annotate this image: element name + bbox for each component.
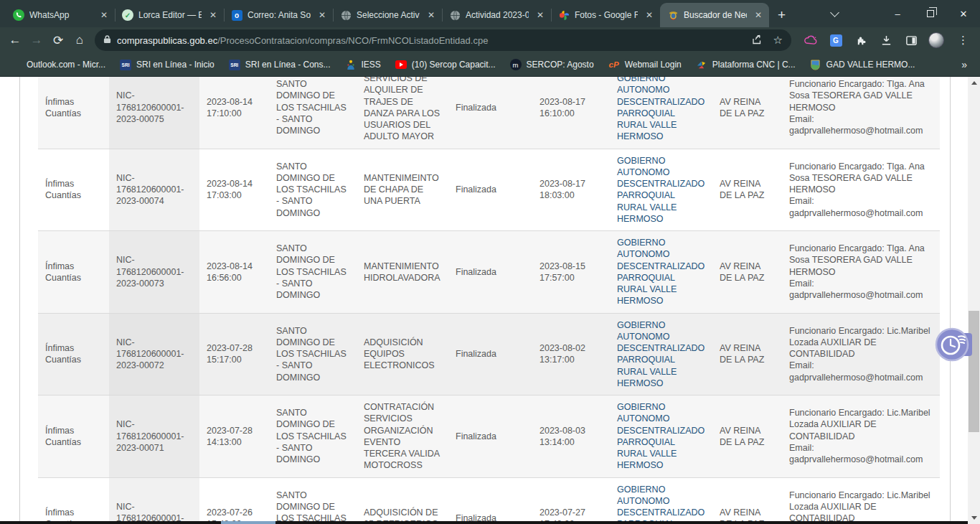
cell-estado: Finalizada bbox=[448, 396, 532, 478]
table-row: Ínfimas Cuantías NIC-1768120600001-2023-… bbox=[38, 77, 940, 149]
cell-ubicacion: SANTO DOMINGO DE LOS TSACHILAS - SANTO D… bbox=[269, 77, 357, 149]
cell-fecha-inicio: 2023-07-26 15:48:00 bbox=[199, 477, 269, 521]
cell-estado: Finalizada bbox=[448, 477, 532, 521]
cell-direccion: AV REINA DE LA PAZ bbox=[712, 477, 782, 521]
cell-fecha-inicio: 2023-08-14 16:56:00 bbox=[199, 231, 269, 314]
scroll-up-arrow[interactable] bbox=[968, 77, 980, 89]
cell-entidad-link[interactable]: GOBIERNO AUTONOMO DESCENTRALIZADO PARROQ… bbox=[610, 477, 712, 521]
table-row: Ínfimas Cuantías NIC-1768120600001-2023-… bbox=[38, 313, 940, 396]
browser-menu-kebab-icon[interactable]: ⋮ bbox=[953, 34, 973, 47]
bookmark-iess[interactable]: IESS bbox=[345, 59, 381, 70]
forward-button[interactable]: → bbox=[26, 29, 47, 51]
outlook-icon: o bbox=[231, 9, 242, 21]
side-panel-icon[interactable] bbox=[903, 32, 919, 48]
cell-fecha-fin: 2023-08-17 18:03:00 bbox=[532, 149, 610, 231]
cell-tipo-contratacion: Ínfimas Cuantías bbox=[38, 231, 109, 314]
tab-whatsapp[interactable]: WhatsApp ✕ bbox=[6, 3, 115, 27]
minimize-button[interactable]: – bbox=[881, 0, 914, 27]
url-path: /ProcesoContratacion/compras/NCO/FrmNCOL… bbox=[217, 35, 744, 46]
bookmark-sercop-capacita[interactable]: (10) Sercop Capacit... bbox=[395, 59, 496, 70]
cell-tipo-contratacion: Ínfimas Cuantías bbox=[38, 149, 109, 231]
cell-entidad-link[interactable]: GOBIERNO AUTONOMO DESCENTRALIZADO PARROQ… bbox=[610, 149, 712, 231]
cell-fecha-inicio: 2023-07-28 14:13:00 bbox=[199, 396, 269, 478]
tab-actividad-2023[interactable]: Actividad 2023-0 ✕ bbox=[442, 3, 551, 27]
scroll-down-arrow[interactable] bbox=[968, 512, 980, 524]
email-label: Email: bbox=[789, 278, 933, 289]
close-tab-icon[interactable]: ✕ bbox=[207, 9, 220, 21]
cell-estado: Finalizada bbox=[448, 313, 532, 396]
bookmark-outlook[interactable]: Outlook.com - Micr... bbox=[10, 59, 105, 70]
cell-objeto-proceso: ADQUISICIÓN DE 25 REFRIGERIOS bbox=[357, 477, 448, 521]
bookmarks-overflow-chevron[interactable]: » bbox=[961, 59, 970, 70]
close-tab-icon[interactable]: ✕ bbox=[643, 9, 656, 21]
tab-seleccione-actividad[interactable]: Seleccione Activi ✕ bbox=[333, 3, 442, 27]
page-scrollbar[interactable] bbox=[968, 77, 980, 524]
cnc-icon bbox=[696, 59, 707, 70]
cell-fecha-fin: 2023-08-02 13:17:00 bbox=[532, 313, 610, 396]
close-tab-icon[interactable]: ✕ bbox=[752, 9, 765, 21]
tab-lorca-editor[interactable]: ✓ Lorca Editor — El ✕ bbox=[115, 3, 224, 27]
email-label: Email: bbox=[789, 442, 933, 454]
close-tab-icon[interactable]: ✕ bbox=[98, 9, 110, 21]
address-bar[interactable]: compraspublicas.gob.ec /ProcesoContratac… bbox=[95, 29, 791, 51]
bookmark-sri-consultas[interactable]: SRI SRI en Línea - Cons... bbox=[229, 59, 331, 70]
content-left-border bbox=[19, 77, 20, 521]
tab-search-chevron-icon[interactable] bbox=[830, 8, 839, 17]
navigation-toolbar: ← → ⟳ ⌂ compraspublicas.gob.ec /ProcesoC… bbox=[0, 27, 980, 53]
close-window-button[interactable]: ✕ bbox=[947, 0, 980, 27]
cell-objeto-proceso: CONTRATACIÓN SERVICIOS ORGANIZACIÓN EVEN… bbox=[357, 396, 448, 478]
funcionario-text: Funcionario Encargado: Lic.Maribel Lozad… bbox=[789, 408, 930, 441]
cell-entidad-link[interactable]: GOBIERNO AUTONOMO DESCENTRALIZADO PARROQ… bbox=[610, 313, 712, 396]
tab-correo[interactable]: o Correo: Anita Sos ✕ bbox=[224, 3, 333, 27]
close-tab-icon[interactable]: ✕ bbox=[425, 9, 438, 21]
address-actions: ☆ bbox=[752, 34, 783, 47]
cell-codigo-proceso: NIC-1768120600001-2023-00070 bbox=[109, 477, 199, 521]
back-button[interactable]: ← bbox=[4, 29, 26, 51]
cell-entidad-link[interactable]: GOBIERNO AUTONOMO DESCENTRALIZADO PARROQ… bbox=[610, 396, 712, 478]
email-label: Email: bbox=[789, 195, 933, 207]
tab-buscador-active[interactable]: Buscador de Nec ✕ bbox=[660, 3, 769, 27]
close-tab-icon[interactable]: ✕ bbox=[316, 9, 329, 21]
cell-objeto-proceso: ADQUISICIÓN EQUIPOS ELECTRONICOS bbox=[357, 313, 448, 396]
home-button[interactable]: ⌂ bbox=[69, 29, 90, 51]
bookmark-sercop-agosto[interactable]: m SERCOP: Agosto bbox=[510, 59, 594, 70]
floating-timer-widget[interactable] bbox=[935, 327, 974, 362]
new-tab-button[interactable]: + bbox=[769, 7, 793, 27]
cell-fecha-fin: 2023-08-15 17:57:00 bbox=[532, 231, 610, 314]
extensions-area: G ⋮ bbox=[797, 32, 976, 48]
cell-direccion: AV REINA DE LA PAZ bbox=[712, 231, 782, 314]
bookmark-star-icon[interactable]: ☆ bbox=[773, 34, 783, 47]
google-photos-icon bbox=[558, 9, 570, 21]
lock-icon bbox=[103, 34, 111, 46]
whatsapp-icon bbox=[13, 9, 24, 21]
downloads-icon[interactable] bbox=[878, 32, 894, 48]
bookmark-plataforma-cnc[interactable]: Plataforma CNC | C... bbox=[696, 59, 796, 70]
reload-button[interactable]: ⟳ bbox=[47, 29, 69, 51]
cell-entidad-link[interactable]: GOBIERNO AUTONOMO DESCENTRALIZADO PARROQ… bbox=[610, 231, 712, 314]
email-address: gadprvallehermoso@hotmail.com bbox=[789, 454, 933, 465]
bookmark-gad-valle-hermoso[interactable]: GAD VALLE HERMO... bbox=[810, 59, 915, 70]
cell-funcionario: Funcionario Encargado: Tlga. Ana Sosa TE… bbox=[782, 149, 940, 231]
restore-button[interactable] bbox=[914, 0, 947, 27]
tab-strip: WhatsApp ✕ ✓ Lorca Editor — El ✕ o Corre… bbox=[0, 0, 980, 27]
cell-objeto-proceso: SERVICIOS DE ALQUILER DE TRAJES DE DANZA… bbox=[357, 77, 448, 149]
window-controls: – ✕ bbox=[831, 0, 980, 27]
bookmark-webmail[interactable]: cP Webmail Login bbox=[608, 59, 682, 70]
email-address: gadprvallehermoso@hotmail.com bbox=[789, 372, 933, 383]
cell-ubicacion: SANTO DOMINGO DE LOS TSACHILAS - SANTO D… bbox=[269, 477, 357, 521]
close-tab-icon[interactable]: ✕ bbox=[534, 9, 547, 21]
cloud-extension-icon[interactable] bbox=[803, 32, 819, 48]
cell-entidad-link[interactable]: GOBIERNO AUTONOMO DESCENTRALIZADO PARROQ… bbox=[610, 77, 712, 149]
tab-google-fotos[interactable]: Fotos - Google F ✕ bbox=[551, 3, 660, 27]
cell-fecha-inicio: 2023-07-28 15:17:00 bbox=[199, 313, 269, 396]
cell-fecha-inicio: 2023-08-14 17:10:00 bbox=[199, 77, 269, 149]
extensions-puzzle-icon[interactable] bbox=[853, 32, 869, 48]
share-icon[interactable] bbox=[752, 34, 763, 47]
funcionario-text: Funcionario Encargado: Lic.Maribel Lozad… bbox=[789, 490, 930, 521]
bookmark-sri-inicio[interactable]: SRI SRI en Línea - Inicio bbox=[120, 59, 215, 70]
sri-icon: SRI bbox=[120, 59, 131, 70]
google-translate-icon[interactable]: G bbox=[828, 32, 844, 48]
profile-avatar[interactable] bbox=[928, 32, 944, 48]
funcionario-text: Funcionario Encargado: Tlga. Ana Sosa TE… bbox=[789, 162, 925, 195]
cell-ubicacion: SANTO DOMINGO DE LOS TSACHILAS - SANTO D… bbox=[269, 396, 357, 478]
